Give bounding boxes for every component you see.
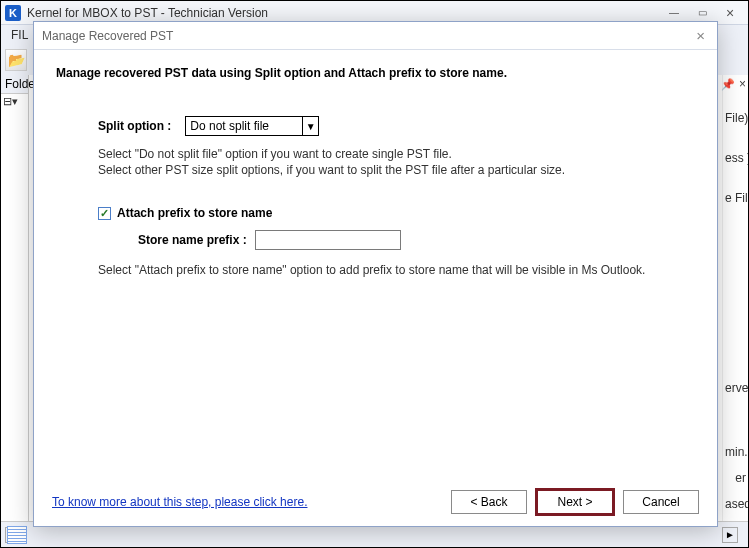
- tree-root[interactable]: ⊟▾: [1, 94, 28, 109]
- learn-more-link[interactable]: To know more about this step, please cli…: [52, 495, 307, 509]
- right-item: e File: [723, 185, 748, 211]
- minimize-icon[interactable]: —: [660, 3, 688, 23]
- close-icon[interactable]: ×: [716, 3, 744, 23]
- next-button[interactable]: Next >: [537, 490, 613, 514]
- right-item: erver: [723, 375, 748, 401]
- store-prefix-label: Store name prefix :: [138, 233, 247, 247]
- dialog-title: Manage Recovered PST: [42, 29, 173, 43]
- split-option-selected: Do not split file: [190, 119, 269, 133]
- maximize-icon[interactable]: ▭: [688, 3, 716, 23]
- back-button[interactable]: < Back: [451, 490, 527, 514]
- grid-view-icon[interactable]: [7, 526, 27, 544]
- pin-icon[interactable]: 📌: [721, 78, 735, 91]
- attach-prefix-label: Attach prefix to store name: [117, 206, 272, 220]
- dialog-close-icon[interactable]: ×: [692, 27, 709, 44]
- dialog-body: Manage recovered PST data using Split op…: [34, 50, 717, 481]
- app-logo-icon: K: [5, 5, 21, 21]
- attach-prefix-checkbox[interactable]: ✓: [98, 207, 111, 220]
- split-option-combo[interactable]: Do not split file ▼: [185, 116, 319, 136]
- check-icon: ✓: [100, 207, 109, 220]
- dialog-footer: To know more about this step, please cli…: [34, 481, 717, 526]
- window-controls: — ▭ ×: [660, 3, 744, 23]
- split-hint-line1: Select "Do not split file" option if you…: [98, 146, 695, 162]
- right-item: ased I: [723, 491, 748, 517]
- split-option-label: Split option :: [98, 119, 171, 133]
- split-hint: Select "Do not split file" option if you…: [98, 146, 695, 178]
- right-item: ess ): [723, 145, 748, 171]
- attach-prefix-checkbox-row[interactable]: ✓ Attach prefix to store name: [98, 206, 695, 220]
- scroll-right-icon[interactable]: ►: [722, 527, 738, 543]
- right-item: min.: [723, 439, 748, 465]
- dialog-titlebar: Manage Recovered PST ×: [34, 22, 717, 50]
- right-strip: 📌 × File) ess ) e File erver min. er ase…: [722, 75, 748, 547]
- right-item: er: [723, 465, 748, 491]
- folders-pane: Folde ⊟▾: [1, 75, 29, 547]
- cancel-button[interactable]: Cancel: [623, 490, 699, 514]
- dialog-heading: Manage recovered PST data using Split op…: [56, 66, 695, 80]
- app-title: Kernel for MBOX to PST - Technician Vers…: [27, 6, 268, 20]
- prefix-hint: Select "Attach prefix to store name" opt…: [98, 262, 695, 278]
- open-file-icon[interactable]: 📂: [5, 49, 27, 71]
- menu-fragment[interactable]: FIL: [11, 28, 28, 42]
- right-item: File): [723, 105, 748, 131]
- chevron-down-icon[interactable]: ▼: [302, 117, 318, 135]
- manage-pst-dialog: Manage Recovered PST × Manage recovered …: [33, 21, 718, 527]
- pane-close-icon[interactable]: ×: [739, 77, 746, 91]
- split-hint-line2: Select other PST size split options, if …: [98, 162, 695, 178]
- folders-header: Folde: [1, 75, 28, 94]
- store-prefix-input[interactable]: [255, 230, 401, 250]
